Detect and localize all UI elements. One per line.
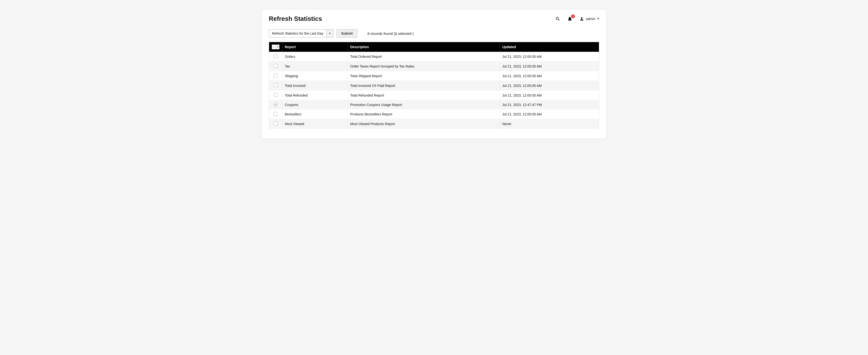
row-checkbox-cell <box>269 100 282 109</box>
page-title: Refresh Statistics <box>269 15 322 23</box>
action-select[interactable]: Refresh Statistics for the Last Day <box>269 29 334 37</box>
cell-report: Total Invoiced <box>282 81 348 91</box>
action-select-label: Refresh Statistics for the Last Day <box>269 30 326 37</box>
mass-action-dropdown[interactable] <box>276 45 279 49</box>
table-row[interactable]: BestsellersProducts Bestsellers ReportJu… <box>269 109 599 119</box>
cell-description: Total Ordered Report <box>348 52 500 61</box>
row-checkbox[interactable] <box>274 103 278 106</box>
row-checkbox[interactable] <box>274 54 278 58</box>
top-bar: Refresh Statistics 3 admin <box>269 15 599 23</box>
cell-report: Most Viewed <box>282 119 348 129</box>
cell-updated: Jul 21, 2023, 12:47:47 PM <box>500 100 599 109</box>
caret-down-icon <box>329 33 331 34</box>
search-icon <box>555 16 560 22</box>
row-checkbox-cell <box>269 61 282 71</box>
column-header-updated[interactable]: Updated <box>500 42 599 52</box>
table-row[interactable]: OrdersTotal Ordered ReportJul 21, 2023, … <box>269 52 599 61</box>
records-found-text: 8 records found (1 selected ) <box>367 31 414 36</box>
cell-updated: Jul 21, 2023, 12:00:05 AM <box>500 71 599 81</box>
row-checkbox[interactable] <box>274 73 278 77</box>
cell-updated: Jul 21, 2023, 12:00:05 AM <box>500 81 599 91</box>
mass-action-control[interactable]: - <box>272 44 279 50</box>
cell-description: Promotion Coupons Usage Report <box>348 100 500 109</box>
table-row[interactable]: ShippingTotal Shipped ReportJul 21, 2023… <box>269 71 599 81</box>
row-checkbox-cell <box>269 91 282 100</box>
cell-description: Total Refunded Report <box>348 91 500 100</box>
cell-updated: Jul 21, 2023, 12:00:05 AM <box>500 61 599 71</box>
mass-action-indicator: - <box>272 45 276 49</box>
notifications-button[interactable]: 3 <box>567 16 572 22</box>
cell-updated: Jul 21, 2023, 12:00:05 AM <box>500 52 599 61</box>
row-checkbox-cell <box>269 71 282 81</box>
cell-report: Bestsellers <box>282 109 348 119</box>
statistics-table: - Report Description Updated OrdersTotal… <box>269 42 599 129</box>
row-checkbox-cell <box>269 52 282 61</box>
toolbar: Refresh Statistics for the Last Day Subm… <box>269 29 599 37</box>
table-row[interactable]: Most ViewedMost Viewed Products ReportNe… <box>269 119 599 129</box>
cell-report: Total Refunded <box>282 91 348 100</box>
column-header-description[interactable]: Description <box>348 42 500 52</box>
row-checkbox[interactable] <box>274 64 278 68</box>
table-row[interactable]: CouponsPromotion Coupons Usage ReportJul… <box>269 100 599 109</box>
row-checkbox-cell <box>269 109 282 119</box>
row-checkbox[interactable] <box>274 112 278 116</box>
column-header-select: - <box>269 42 282 52</box>
caret-down-icon <box>277 46 279 47</box>
caret-down-icon <box>597 18 599 19</box>
cell-description: Total Invoiced VS Paid Report <box>348 81 500 91</box>
cell-description: Order Taxes Report Grouped by Tax Rates <box>348 61 500 71</box>
main-panel: Refresh Statistics 3 admin Refresh Stati… <box>262 10 606 138</box>
username-label: admin <box>586 17 595 21</box>
cell-report: Shipping <box>282 71 348 81</box>
cell-report: Orders <box>282 52 348 61</box>
cell-updated: Jul 21, 2023, 12:00:05 AM <box>500 109 599 119</box>
column-header-report[interactable]: Report <box>282 42 348 52</box>
submit-button[interactable]: Submit <box>337 29 357 37</box>
row-checkbox-cell <box>269 81 282 91</box>
search-button[interactable] <box>555 16 560 22</box>
row-checkbox[interactable] <box>274 122 278 125</box>
user-icon <box>579 17 584 21</box>
notification-badge: 3 <box>571 14 575 18</box>
cell-description: Products Bestsellers Report <box>348 109 500 119</box>
cell-report: Coupons <box>282 100 348 109</box>
cell-updated: Jul 21, 2023, 12:00:05 AM <box>500 91 599 100</box>
action-select-dropdown[interactable] <box>326 30 334 37</box>
cell-description: Total Shipped Report <box>348 71 500 81</box>
cell-updated: Never <box>500 119 599 129</box>
cell-report: Tax <box>282 61 348 71</box>
table-row[interactable]: Total RefundedTotal Refunded ReportJul 2… <box>269 91 599 100</box>
user-menu[interactable]: admin <box>579 17 599 21</box>
table-row[interactable]: TaxOrder Taxes Report Grouped by Tax Rat… <box>269 61 599 71</box>
row-checkbox-cell <box>269 119 282 129</box>
cell-description: Most Viewed Products Report <box>348 119 500 129</box>
row-checkbox[interactable] <box>274 93 278 97</box>
row-checkbox[interactable] <box>274 83 278 87</box>
top-actions: 3 admin <box>555 16 599 22</box>
table-row[interactable]: Total InvoicedTotal Invoiced VS Paid Rep… <box>269 81 599 91</box>
